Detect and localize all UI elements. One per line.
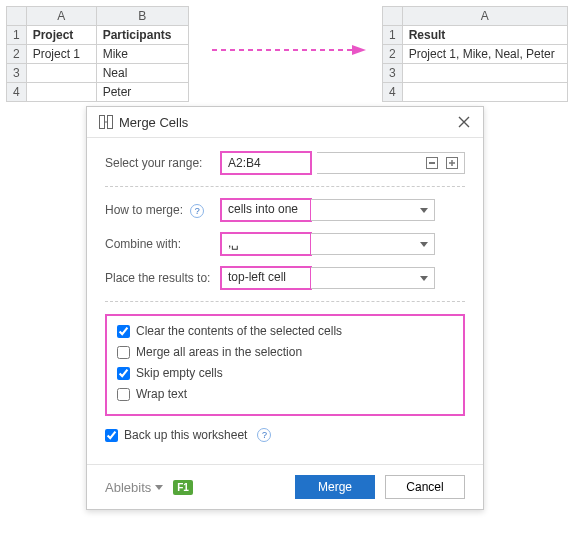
how-to-merge-select[interactable]: cells into one (221, 199, 435, 221)
transform-arrow-icon (210, 44, 366, 56)
cell[interactable] (26, 64, 96, 83)
row-header[interactable]: 4 (383, 83, 403, 102)
merge-all-areas-label: Merge all areas in the selection (136, 345, 302, 359)
brand-menu[interactable]: Ablebits (105, 480, 163, 495)
col-header[interactable]: A (402, 7, 567, 26)
row-header[interactable]: 1 (7, 26, 27, 45)
range-input[interactable] (221, 152, 311, 174)
col-header[interactable]: B (96, 7, 188, 26)
cell[interactable]: Peter (96, 83, 188, 102)
help-icon[interactable]: ? (190, 204, 204, 218)
clear-contents-label: Clear the contents of the selected cells (136, 324, 342, 338)
dialog-title: Merge Cells (119, 115, 455, 130)
divider (105, 186, 465, 187)
skip-empty-option[interactable]: Skip empty cells (117, 366, 453, 380)
cell[interactable]: Neal (96, 64, 188, 83)
range-tools (317, 152, 465, 174)
svg-rect-3 (108, 116, 113, 129)
expand-range-button[interactable] (444, 155, 460, 171)
combine-with-value: ,␣ (221, 233, 311, 255)
wrap-text-checkbox[interactable] (117, 388, 130, 401)
expand-icon (445, 156, 459, 170)
backup-label: Back up this worksheet (124, 428, 247, 442)
corner-cell (383, 7, 403, 26)
cell[interactable]: Project (26, 26, 96, 45)
how-to-merge-label: How to merge: ? (105, 203, 221, 218)
dialog-footer: Ablebits F1 Merge Cancel (87, 464, 483, 509)
row-header[interactable]: 1 (383, 26, 403, 45)
merge-all-areas-checkbox[interactable] (117, 346, 130, 359)
merge-all-areas-option[interactable]: Merge all areas in the selection (117, 345, 453, 359)
col-header[interactable]: A (26, 7, 96, 26)
cell[interactable]: Mike (96, 45, 188, 64)
close-icon (458, 116, 470, 128)
row-header[interactable]: 3 (383, 64, 403, 83)
options-group: Clear the contents of the selected cells… (105, 314, 465, 416)
cell[interactable]: Project 1 (26, 45, 96, 64)
wrap-text-option[interactable]: Wrap text (117, 387, 453, 401)
cell[interactable]: Result (402, 26, 567, 45)
svg-rect-2 (100, 116, 105, 129)
wrap-text-label: Wrap text (136, 387, 187, 401)
collapse-icon (425, 156, 439, 170)
result-spreadsheet: A 1 Result 2 Project 1, Mike, Neal, Pete… (382, 6, 568, 102)
help-icon[interactable]: ? (257, 428, 271, 442)
place-results-label: Place the results to: (105, 271, 221, 285)
svg-rect-5 (429, 162, 435, 164)
chevron-down-icon (155, 485, 163, 490)
cancel-button[interactable]: Cancel (385, 475, 465, 499)
merge-cells-dialog: Merge Cells Select your range: (86, 106, 484, 510)
svg-marker-1 (352, 45, 366, 55)
chevron-down-icon (420, 276, 428, 281)
row-header[interactable]: 2 (7, 45, 27, 64)
divider (105, 301, 465, 302)
corner-cell (7, 7, 27, 26)
place-results-value: top-left cell (221, 267, 311, 289)
cell[interactable]: Participants (96, 26, 188, 45)
select-range-label: Select your range: (105, 156, 221, 170)
cell[interactable] (402, 64, 567, 83)
combine-with-label: Combine with: (105, 237, 221, 251)
row-header[interactable]: 4 (7, 83, 27, 102)
place-results-select[interactable]: top-left cell (221, 267, 435, 289)
cell[interactable] (26, 83, 96, 102)
backup-option[interactable]: Back up this worksheet ? (105, 428, 465, 442)
chevron-down-icon (420, 242, 428, 247)
skip-empty-label: Skip empty cells (136, 366, 223, 380)
clear-contents-option[interactable]: Clear the contents of the selected cells (117, 324, 453, 338)
close-button[interactable] (455, 113, 473, 131)
cell[interactable]: Project 1, Mike, Neal, Peter (402, 45, 567, 64)
brand-label: Ablebits (105, 480, 151, 495)
how-to-merge-value: cells into one (221, 199, 311, 221)
source-spreadsheet: A B 1 Project Participants 2 Project 1 M… (6, 6, 189, 102)
merge-button[interactable]: Merge (295, 475, 375, 499)
skip-empty-checkbox[interactable] (117, 367, 130, 380)
clear-contents-checkbox[interactable] (117, 325, 130, 338)
backup-checkbox[interactable] (105, 429, 118, 442)
collapse-range-button[interactable] (424, 155, 440, 171)
merge-cells-icon (99, 115, 113, 129)
combine-with-select[interactable]: ,␣ (221, 233, 435, 255)
row-header[interactable]: 3 (7, 64, 27, 83)
cell[interactable] (402, 83, 567, 102)
help-f1-button[interactable]: F1 (173, 480, 193, 495)
dialog-titlebar: Merge Cells (87, 107, 483, 138)
chevron-down-icon (420, 208, 428, 213)
row-header[interactable]: 2 (383, 45, 403, 64)
